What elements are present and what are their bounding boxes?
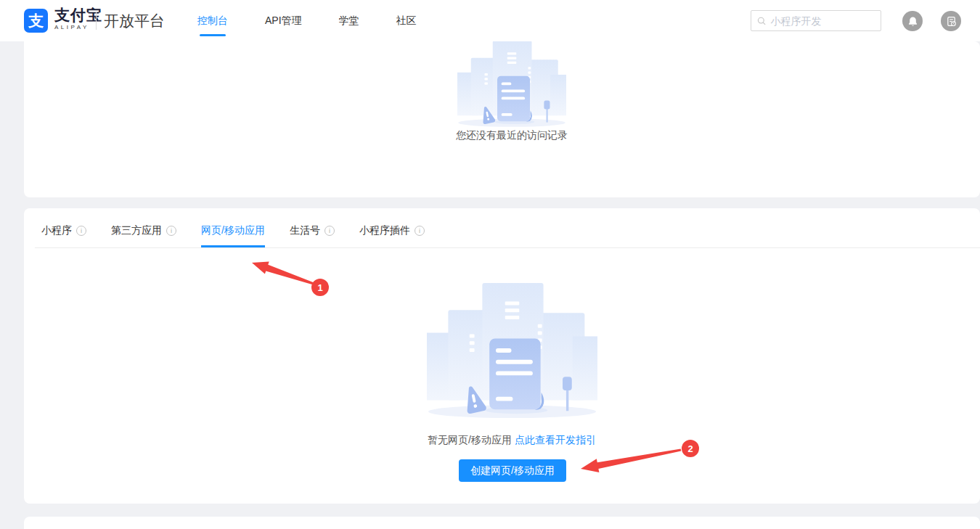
alipay-open-platform-page: 支 支付宝 ALIPAY 开放平台 控制台 API管理 学堂 社区 [0, 0, 980, 529]
bell-icon [907, 16, 918, 27]
search-icon [757, 16, 766, 26]
tab-third-party-app[interactable]: 第三方应用 [111, 224, 176, 247]
document-history-icon [946, 16, 957, 27]
product-title: 开放平台 [104, 11, 165, 31]
tab-label: 生活号 [290, 224, 320, 237]
applications-card: 小程序 第三方应用 网页/移动应用 生活号 小程序插件 暂无网页/移 [24, 208, 980, 504]
global-search-box[interactable] [751, 10, 881, 31]
tab-label: 小程序 [41, 224, 72, 237]
tab-mini-program[interactable]: 小程序 [41, 224, 86, 247]
apps-empty-text: 暂无网页/移动应用 [428, 434, 512, 446]
brand-divider [96, 12, 97, 30]
work-order-button[interactable] [941, 11, 961, 31]
next-section-card [24, 517, 980, 529]
tab-lifestyle-account[interactable]: 生活号 [290, 224, 335, 247]
top-nav-menu: 控制台 API管理 学堂 社区 [197, 0, 417, 41]
apps-empty-row: 暂无网页/移动应用 点此查看开发指引 [294, 434, 730, 447]
app-type-tabs: 小程序 第三方应用 网页/移动应用 生活号 小程序插件 [35, 208, 980, 248]
recent-visits-card: 您还没有最近的访问记录 [24, 41, 980, 197]
nav-item-console[interactable]: 控制台 [197, 0, 228, 41]
recent-empty-text: 您还没有最近的访问记录 [367, 129, 657, 142]
nav-item-api-management[interactable]: API管理 [265, 0, 302, 41]
tab-label: 第三方应用 [111, 224, 162, 237]
create-web-mobile-app-button[interactable]: 创建网页/移动应用 [459, 459, 566, 482]
search-input[interactable] [770, 15, 875, 27]
nav-item-academy[interactable]: 学堂 [339, 0, 359, 41]
info-icon[interactable] [415, 226, 425, 236]
info-icon[interactable] [324, 226, 335, 236]
info-icon[interactable] [76, 226, 86, 236]
empty-state-illustration [457, 41, 566, 129]
tab-label: 小程序插件 [359, 224, 410, 237]
tab-label: 网页/移动应用 [201, 224, 265, 237]
tab-mini-program-plugin[interactable]: 小程序插件 [359, 224, 425, 247]
nav-item-community[interactable]: 社区 [396, 0, 417, 41]
tab-web-mobile-app[interactable]: 网页/移动应用 [201, 224, 265, 247]
empty-state-illustration [427, 283, 597, 422]
dev-guide-link[interactable]: 点此查看开发指引 [515, 434, 596, 446]
alipay-logo-icon[interactable]: 支 [24, 9, 48, 33]
info-icon[interactable] [166, 226, 176, 236]
top-navigation-bar: 支 支付宝 ALIPAY 开放平台 控制台 API管理 学堂 社区 [0, 0, 980, 41]
notifications-button[interactable] [902, 11, 923, 31]
